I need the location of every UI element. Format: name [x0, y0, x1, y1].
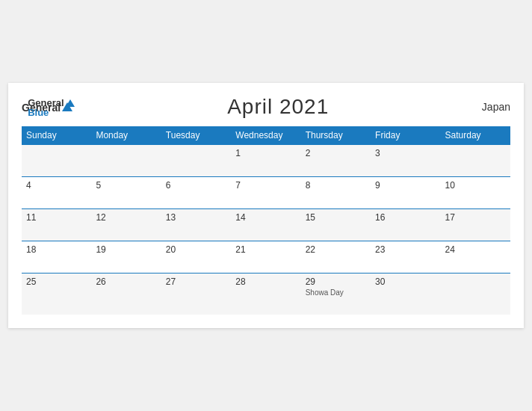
holiday-label: Showa Day [306, 288, 366, 297]
day-cell: 26 [91, 274, 161, 315]
day-cell: 24 [441, 241, 510, 274]
day-cell: 12 [91, 209, 161, 241]
day-cell: 20 [161, 241, 231, 274]
day-number: 5 [96, 180, 156, 191]
day-cell: 14 [231, 209, 300, 241]
day-number: 25 [26, 276, 87, 287]
day-number: 29 [306, 276, 366, 287]
day-number: 21 [235, 244, 296, 255]
day-cell: 19 [91, 241, 161, 274]
month-title: April 2021 [227, 95, 329, 119]
day-cell [441, 145, 510, 177]
day-number: 17 [445, 212, 506, 223]
day-cell [91, 145, 161, 177]
week-row-3: 18192021222324 [22, 241, 510, 274]
day-number: 13 [166, 212, 226, 223]
day-cell: 21 [231, 241, 300, 274]
day-number: 11 [26, 212, 87, 223]
day-number: 12 [96, 212, 156, 223]
header-row: General General Blue April 2021 Japan [22, 95, 510, 119]
day-number: 2 [306, 148, 366, 158]
day-number: 18 [26, 244, 87, 255]
day-cell: 11 [22, 209, 91, 241]
header-monday: Monday [91, 126, 161, 145]
day-cell: 8 [301, 177, 371, 209]
day-number: 1 [235, 148, 296, 158]
day-cell: 18 [22, 241, 91, 274]
week-row-2: 11121314151617 [22, 209, 510, 241]
day-number: 14 [235, 212, 296, 223]
day-cell: 27 [161, 274, 231, 315]
header-saturday: Saturday [441, 126, 510, 145]
day-number: 16 [375, 212, 436, 223]
day-cell: 9 [371, 177, 440, 209]
header-wednesday: Wednesday [231, 126, 300, 145]
day-number: 8 [306, 180, 366, 191]
day-number: 28 [235, 276, 296, 287]
day-cell: 17 [441, 209, 510, 241]
day-cell: 6 [161, 177, 231, 209]
day-cell: 15 [301, 209, 371, 241]
header-sunday: Sunday [22, 126, 91, 145]
week-row-4: 2526272829Showa Day30 [22, 274, 510, 315]
day-cell: 2 [301, 145, 371, 177]
day-cell: 28 [231, 274, 300, 315]
day-cell: 1 [231, 145, 300, 177]
day-number: 24 [445, 244, 506, 255]
header-tuesday: Tuesday [161, 126, 231, 145]
day-cell: 29Showa Day [301, 274, 371, 315]
logo-blue-text: Blue [28, 107, 49, 118]
day-number: 15 [306, 212, 366, 223]
day-cell: 22 [301, 241, 371, 274]
calendar-container: General General Blue April 2021 Japan Su… [8, 83, 524, 328]
day-cell: 23 [371, 241, 440, 274]
day-number: 9 [375, 180, 436, 191]
weekday-header-row: Sunday Monday Tuesday Wednesday Thursday… [22, 126, 510, 145]
day-number: 22 [306, 244, 366, 255]
country-label: Japan [482, 101, 510, 113]
day-number: 20 [166, 244, 226, 255]
day-cell: 30 [371, 274, 440, 315]
day-cell [441, 274, 510, 315]
day-cell [161, 145, 231, 177]
day-number: 3 [375, 148, 436, 158]
week-row-0: 123 [22, 145, 510, 177]
day-cell: 13 [161, 209, 231, 241]
day-number: 27 [166, 276, 226, 287]
day-cell: 25 [22, 274, 91, 315]
day-number: 10 [445, 180, 506, 191]
header-thursday: Thursday [301, 126, 371, 145]
day-cell: 3 [371, 145, 440, 177]
header-friday: Friday [371, 126, 440, 145]
day-cell: 5 [91, 177, 161, 209]
day-cell [22, 145, 91, 177]
week-row-1: 45678910 [22, 177, 510, 209]
day-cell: 16 [371, 209, 440, 241]
day-cell: 4 [22, 177, 91, 209]
day-number: 7 [235, 180, 296, 191]
calendar-grid: Sunday Monday Tuesday Wednesday Thursday… [22, 126, 510, 315]
day-cell: 10 [441, 177, 510, 209]
day-number: 30 [375, 276, 436, 287]
day-number: 4 [26, 180, 87, 191]
day-number: 19 [96, 244, 156, 255]
day-cell: 7 [231, 177, 300, 209]
day-number: 26 [96, 276, 156, 287]
day-number: 6 [166, 180, 226, 191]
day-number: 23 [375, 244, 436, 255]
